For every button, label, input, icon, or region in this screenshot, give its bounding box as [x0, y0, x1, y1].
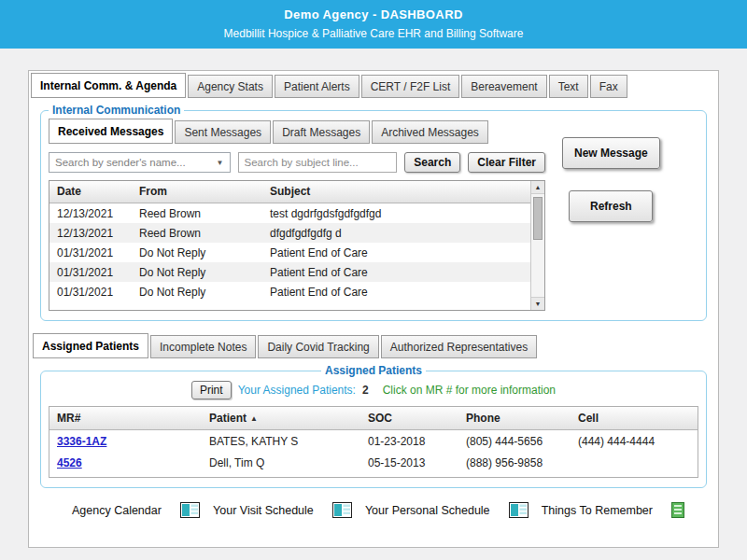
patient-phone: (805) 444-5656 — [458, 430, 571, 452]
column-header-soc[interactable]: SOC — [360, 407, 458, 429]
main-tab-bar: Internal Comm. & Agenda Agency Stats Pat… — [31, 73, 718, 98]
assigned-count-value: 2 — [362, 384, 369, 397]
tab-assigned-patients[interactable]: Assigned Patients — [33, 333, 148, 358]
sender-filter-select[interactable]: Search by sender's name... ▼ — [49, 152, 231, 173]
mr-number-link[interactable]: 4526 — [57, 456, 82, 469]
message-from: Do Not Reply — [132, 282, 262, 301]
message-subject: test dgdrfgdsfgdfgdfgd — [262, 203, 544, 223]
tab-authorized-representatives[interactable]: Authorized Representatives — [381, 335, 537, 358]
page-subtitle: Medbillit Hospice & Palliative Care EHR … — [0, 27, 747, 40]
agency-calendar-icon — [180, 502, 200, 518]
things-to-remember-label: Things To Remember — [542, 504, 653, 517]
patient-phone: (888) 956-9858 — [458, 452, 571, 473]
tab-archived-messages[interactable]: Archived Messages — [372, 120, 488, 144]
messages-scrollbar[interactable]: ▲ ▼ — [530, 181, 544, 310]
tab-incomplete-notes[interactable]: Incomplete Notes — [150, 335, 256, 358]
personal-schedule-icon — [509, 502, 529, 518]
message-row[interactable]: 12/13/2021 Reed Brown dfgdfgdfgdfg d — [49, 223, 544, 243]
message-row[interactable]: 01/31/2021 Do Not Reply Patient End of C… — [49, 243, 544, 262]
message-subject: Patient End of Care — [262, 282, 544, 301]
messages-table-header: Date From Subject — [49, 181, 544, 203]
patient-name: Dell, Tim Q — [202, 452, 360, 473]
sender-filter-value: Search by sender's name... — [55, 157, 186, 168]
personal-schedule-link[interactable]: Your Personal Schedule — [365, 502, 529, 518]
column-header-subject[interactable]: Subject — [262, 181, 544, 203]
tab-cert-f2f-list[interactable]: CERT / F2F List — [361, 75, 460, 98]
tab-fax[interactable]: Fax — [590, 75, 627, 98]
sort-asc-icon: ▲ — [250, 414, 258, 423]
scroll-down-icon[interactable]: ▼ — [531, 297, 544, 310]
message-date: 01/31/2021 — [49, 282, 132, 301]
refresh-button[interactable]: Refresh — [569, 190, 653, 222]
message-from: Reed Brown — [132, 203, 262, 223]
patient-row: 3336-1AZ BATES, KATHY S 01-23-2018 (805)… — [49, 430, 698, 452]
tab-bereavement[interactable]: Bereavement — [461, 75, 546, 98]
new-message-button[interactable]: New Message — [562, 137, 660, 169]
message-filter-row: Search by sender's name... ▼ Search Clea… — [49, 152, 545, 173]
subject-filter-input[interactable] — [238, 152, 398, 173]
message-date: 12/13/2021 — [49, 223, 132, 243]
message-tab-bar: Received Messages Sent Messages Draft Me… — [49, 119, 545, 144]
assigned-patients-legend: Assigned Patients — [321, 364, 426, 377]
tab-agency-stats[interactable]: Agency Stats — [188, 75, 273, 98]
print-button[interactable]: Print — [191, 381, 232, 399]
tab-sent-messages[interactable]: Sent Messages — [175, 120, 271, 144]
message-subject: Patient End of Care — [262, 243, 544, 262]
message-subject: Patient End of Care — [262, 262, 544, 282]
column-header-date[interactable]: Date — [49, 181, 132, 203]
patient-name: BATES, KATHY S — [202, 430, 360, 452]
messages-table: Date From Subject 12/13/2021 Reed Brown … — [49, 180, 545, 311]
mr-hint-text: Click on MR # for more information — [383, 384, 556, 397]
column-header-patient[interactable]: Patient▲ — [202, 407, 360, 429]
app-header: Demo Agency - DASHBOARD Medbillit Hospic… — [0, 0, 747, 49]
assigned-patients-toolbar: Print Your Assigned Patients: 2 Click on… — [49, 381, 698, 399]
agency-calendar-link[interactable]: Agency Calendar — [72, 502, 200, 518]
agency-calendar-label: Agency Calendar — [72, 504, 162, 517]
patient-cell — [571, 452, 698, 473]
message-from: Do Not Reply — [132, 243, 262, 262]
dropdown-arrow-icon: ▼ — [217, 159, 224, 167]
things-to-remember-link[interactable]: Things To Remember — [542, 502, 684, 518]
column-header-cell[interactable]: Cell — [571, 407, 698, 429]
tab-daily-covid-tracking[interactable]: Daily Covid Tracking — [258, 335, 378, 358]
scroll-up-icon[interactable]: ▲ — [531, 181, 544, 194]
patient-cell: (444) 444-4444 — [571, 430, 698, 452]
message-from: Reed Brown — [132, 223, 262, 243]
things-to-remember-icon — [671, 502, 684, 518]
messages-rows: 12/13/2021 Reed Brown test dgdrfgdsfgdfg… — [49, 203, 544, 301]
mr-number-link[interactable]: 3336-1AZ — [57, 435, 106, 448]
message-row[interactable]: 12/13/2021 Reed Brown test dgdrfgdsfgdfg… — [49, 203, 544, 223]
column-header-phone[interactable]: Phone — [458, 407, 571, 429]
assigned-count-label: Your Assigned Patients: — [238, 384, 356, 397]
patient-soc: 05-15-2013 — [360, 452, 458, 473]
tab-received-messages[interactable]: Received Messages — [49, 119, 173, 144]
footer-links: Agency Calendar Your Visit Schedule Your… — [72, 502, 684, 518]
tab-internal-comm-agenda[interactable]: Internal Comm. & Agenda — [31, 73, 186, 98]
tab-draft-messages[interactable]: Draft Messages — [273, 120, 370, 144]
scroll-thumb[interactable] — [533, 197, 543, 240]
patient-row: 4526 Dell, Tim Q 05-15-2013 (888) 956-98… — [49, 452, 698, 473]
visit-schedule-label: Your Visit Schedule — [213, 504, 314, 517]
patient-tab-bar: Assigned Patients Incomplete Notes Daily… — [33, 333, 718, 358]
visit-schedule-link[interactable]: Your Visit Schedule — [213, 502, 352, 518]
internal-communication-panel: Internal Communication Received Messages… — [40, 104, 707, 321]
page-title: Demo Agency - DASHBOARD — [0, 7, 747, 21]
message-date: 12/13/2021 — [49, 203, 132, 223]
message-row[interactable]: 01/31/2021 Do Not Reply Patient End of C… — [49, 262, 544, 282]
dashboard-container: Internal Comm. & Agenda Agency Stats Pat… — [28, 70, 719, 548]
message-row[interactable]: 01/31/2021 Do Not Reply Patient End of C… — [49, 282, 544, 301]
message-date: 01/31/2021 — [49, 243, 132, 262]
personal-schedule-label: Your Personal Schedule — [365, 504, 490, 517]
tab-patient-alerts[interactable]: Patient Alerts — [275, 75, 359, 98]
column-header-from[interactable]: From — [132, 181, 262, 203]
internal-communication-legend: Internal Communication — [49, 104, 184, 117]
assigned-table-header: MR# Patient▲ SOC Phone Cell — [49, 407, 698, 430]
assigned-patients-table: MR# Patient▲ SOC Phone Cell 3336-1AZ BAT… — [49, 406, 698, 478]
search-button[interactable]: Search — [404, 152, 460, 173]
message-from: Do Not Reply — [132, 262, 262, 282]
clear-filter-button[interactable]: Clear Filter — [468, 152, 545, 173]
column-header-patient-label: Patient — [209, 412, 247, 425]
patient-soc: 01-23-2018 — [360, 430, 458, 452]
column-header-mr[interactable]: MR# — [49, 407, 202, 429]
tab-text[interactable]: Text — [549, 75, 588, 98]
